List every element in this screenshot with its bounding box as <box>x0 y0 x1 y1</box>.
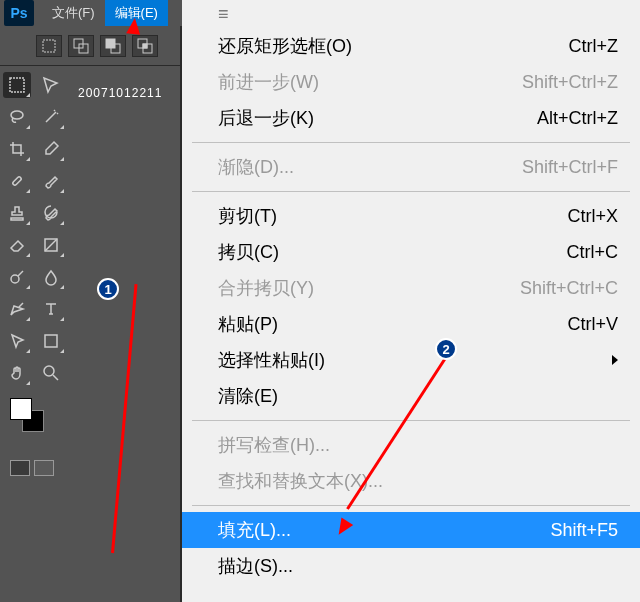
menu-stroke[interactable]: 描边(S)... <box>182 548 640 584</box>
svg-point-16 <box>44 366 54 376</box>
menu-fade: 渐隐(D)... Shift+Ctrl+F <box>182 149 640 185</box>
svg-line-12 <box>45 239 57 251</box>
menu-step-forward: 前进一步(W) Shift+Ctrl+Z <box>182 64 640 100</box>
menu-fade-label: 渐隐(D)... <box>218 155 294 179</box>
menu-copy[interactable]: 拷贝(C) Ctrl+C <box>182 234 640 270</box>
menu-clear-label: 清除(E) <box>218 384 278 408</box>
wand-tool-icon[interactable] <box>37 104 65 130</box>
menu-separator <box>192 191 630 192</box>
menu-separator <box>192 505 630 506</box>
stamp-tool-icon[interactable] <box>3 200 31 226</box>
menu-step-backward-shortcut: Alt+Ctrl+Z <box>537 108 618 129</box>
menu-spell-check: 拼写检查(H)... <box>182 427 640 463</box>
screenmode-icon[interactable] <box>34 460 54 476</box>
marquee-new-icon[interactable] <box>36 35 62 57</box>
path-select-icon[interactable] <box>3 328 31 354</box>
history-brush-icon[interactable] <box>37 200 65 226</box>
marquee-subtract-icon[interactable] <box>100 35 126 57</box>
annotation-arrow-1 <box>111 284 138 553</box>
svg-rect-0 <box>43 40 55 52</box>
type-tool-icon[interactable] <box>37 296 65 322</box>
svg-rect-10 <box>12 176 22 186</box>
svg-rect-15 <box>45 335 57 347</box>
eyedropper-tool-icon[interactable] <box>37 136 65 162</box>
dropdown-grip-icon: ≡ <box>182 0 640 28</box>
annotation-badge-1: 1 <box>97 278 119 300</box>
svg-line-14 <box>18 271 23 276</box>
dodge-tool-icon[interactable] <box>3 264 31 290</box>
shape-tool-icon[interactable] <box>37 328 65 354</box>
menu-cut-shortcut: Ctrl+X <box>567 206 618 227</box>
gradient-tool-icon[interactable] <box>37 232 65 258</box>
menu-merge-copy-label: 合并拷贝(Y) <box>218 276 314 300</box>
svg-rect-8 <box>10 78 24 92</box>
menu-find-replace: 查找和替换文本(X)... <box>182 463 640 499</box>
tools-panel <box>0 66 68 602</box>
menu-paste-shortcut: Ctrl+V <box>567 314 618 335</box>
menu-cut[interactable]: 剪切(T) Ctrl+X <box>182 198 640 234</box>
color-swatches[interactable] <box>10 398 44 432</box>
edit-dropdown: ≡ 还原矩形选框(O) Ctrl+Z 前进一步(W) Shift+Ctrl+Z … <box>182 0 640 602</box>
crop-tool-icon[interactable] <box>3 136 31 162</box>
menu-paste-special[interactable]: 选择性粘贴(I) <box>182 342 640 378</box>
menu-undo-label: 还原矩形选框(O) <box>218 34 352 58</box>
menu-merge-copy: 合并拷贝(Y) Shift+Ctrl+C <box>182 270 640 306</box>
foreground-swatch[interactable] <box>10 398 32 420</box>
blur-tool-icon[interactable] <box>37 264 65 290</box>
annotation-badge-2: 2 <box>435 338 457 360</box>
ps-logo: Ps <box>4 0 34 26</box>
annotation-arrowhead-1 <box>126 17 142 34</box>
quickmask-icon[interactable] <box>10 460 30 476</box>
menu-stroke-label: 描边(S)... <box>218 554 293 578</box>
menu-merge-copy-shortcut: Shift+Ctrl+C <box>520 278 618 299</box>
zoom-tool-icon[interactable] <box>37 360 65 386</box>
menu-fade-shortcut: Shift+Ctrl+F <box>522 157 618 178</box>
menu-step-backward-label: 后退一步(K) <box>218 106 314 130</box>
move-tool-icon[interactable] <box>37 72 65 98</box>
menu-fill-label: 填充(L)... <box>218 518 291 542</box>
marquee-tool-icon[interactable] <box>3 72 31 98</box>
menu-paste[interactable]: 粘贴(P) Ctrl+V <box>182 306 640 342</box>
menu-file[interactable]: 文件(F) <box>42 0 105 26</box>
menu-copy-shortcut: Ctrl+C <box>566 242 618 263</box>
menu-copy-label: 拷贝(C) <box>218 240 279 264</box>
menu-separator <box>192 420 630 421</box>
svg-point-13 <box>11 275 19 283</box>
healing-tool-icon[interactable] <box>3 168 31 194</box>
svg-line-17 <box>53 375 58 380</box>
menu-step-forward-shortcut: Shift+Ctrl+Z <box>522 72 618 93</box>
marquee-add-icon[interactable] <box>68 35 94 57</box>
menu-fill[interactable]: 填充(L)... Shift+F5 <box>182 512 640 548</box>
brush-tool-icon[interactable] <box>37 168 65 194</box>
pen-tool-icon[interactable] <box>3 296 31 322</box>
svg-rect-7 <box>143 44 147 48</box>
menu-separator <box>192 142 630 143</box>
menu-fill-shortcut: Shift+F5 <box>550 520 618 541</box>
menu-paste-label: 粘贴(P) <box>218 312 278 336</box>
menu-cut-label: 剪切(T) <box>218 204 277 228</box>
menu-undo-shortcut: Ctrl+Z <box>569 36 619 57</box>
submenu-arrow-icon <box>612 355 618 365</box>
menu-undo[interactable]: 还原矩形选框(O) Ctrl+Z <box>182 28 640 64</box>
menu-step-forward-label: 前进一步(W) <box>218 70 319 94</box>
lasso-tool-icon[interactable] <box>3 104 31 130</box>
eraser-tool-icon[interactable] <box>3 232 31 258</box>
marquee-intersect-icon[interactable] <box>132 35 158 57</box>
hand-tool-icon[interactable] <box>3 360 31 386</box>
menu-spell-label: 拼写检查(H)... <box>218 433 330 457</box>
document-tab[interactable]: 20071012211 <box>78 86 162 100</box>
menu-step-backward[interactable]: 后退一步(K) Alt+Ctrl+Z <box>182 100 640 136</box>
svg-point-9 <box>11 111 23 119</box>
menu-paste-special-label: 选择性粘贴(I) <box>218 348 325 372</box>
